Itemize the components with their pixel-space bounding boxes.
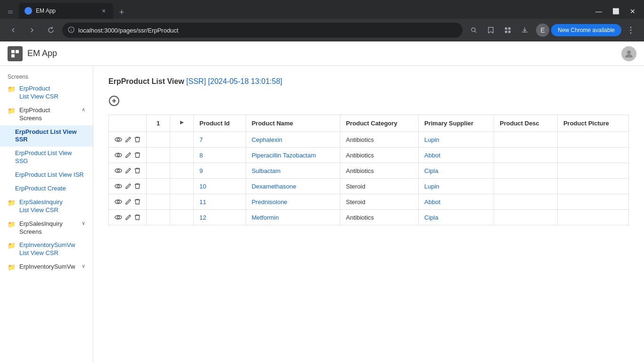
edit-button-12[interactable]	[125, 214, 132, 221]
address-bar[interactable]: i localhost:3000/pages/ssr/ErpProduct	[62, 23, 462, 38]
product-name-link-8[interactable]: Piperacillin Tazobactam	[252, 152, 316, 159]
product-name-link-9[interactable]: Sulbactam	[252, 167, 281, 174]
product-id-link-10[interactable]: 10	[199, 183, 206, 190]
new-chrome-button[interactable]: New Chrome available	[551, 24, 621, 36]
product-id-12[interactable]: 12	[194, 210, 246, 225]
profile-button[interactable]: E	[536, 24, 549, 37]
product-name-9[interactable]: Sulbactam	[246, 163, 340, 179]
product-name-link-10[interactable]: Dexamethasone	[252, 183, 297, 190]
primary-supplier-12[interactable]: Cipla	[419, 210, 494, 225]
sidebar-item-erp-sales-screens[interactable]: 📁 ErpSalesInquiry Screens ∨	[0, 217, 93, 239]
svg-point-26	[117, 201, 120, 203]
window-minimize-button[interactable]: —	[591, 4, 606, 19]
sidebar-item-erp-product-ssr[interactable]: ErpProduct List View SSR	[0, 125, 93, 147]
delete-button-12[interactable]	[134, 214, 140, 221]
edit-button-10[interactable]	[125, 183, 132, 189]
view-button-7[interactable]	[115, 136, 122, 143]
delete-button-7[interactable]	[134, 136, 140, 143]
product-id-8[interactable]: 8	[194, 148, 246, 163]
forward-button[interactable]	[25, 23, 40, 38]
product-id-link-9[interactable]: 9	[199, 167, 203, 174]
edit-button-11[interactable]	[125, 198, 132, 205]
product-name-12[interactable]: Metformin	[246, 210, 340, 225]
product-id-link-11[interactable]: 11	[199, 198, 206, 206]
bookmark-button[interactable]	[483, 23, 498, 38]
supplier-link-9[interactable]: Cipla	[424, 167, 438, 174]
svg-point-8	[630, 27, 632, 28]
view-button-9[interactable]	[115, 167, 122, 174]
product-name-11[interactable]: Prednisolone	[246, 194, 340, 210]
download-button[interactable]	[517, 23, 532, 38]
extensions-button[interactable]	[500, 23, 515, 38]
tab-close-button[interactable]: ×	[100, 7, 107, 15]
window-maximize-button[interactable]: ⬜	[608, 4, 623, 19]
product-name-link-12[interactable]: Metformin	[252, 214, 279, 221]
user-avatar[interactable]	[621, 46, 636, 61]
reload-button[interactable]	[43, 23, 58, 38]
product-id-9[interactable]: 9	[194, 163, 246, 179]
edit-button-8[interactable]	[125, 152, 132, 158]
product-name-10[interactable]: Dexamethasone	[246, 179, 340, 194]
supplier-link-11[interactable]: Abbot	[424, 198, 440, 206]
add-record-button[interactable]	[108, 95, 120, 109]
sidebar-item-erp-product-csr[interactable]: 📁 ErpProductList View CSR	[0, 82, 93, 104]
sidebar-item-erp-product-create-label: ErpProduct Create	[15, 185, 85, 193]
sidebar-section-label: Screens	[0, 70, 93, 82]
edit-button-7[interactable]	[125, 136, 132, 143]
primary-supplier-10[interactable]: Lupin	[419, 179, 494, 194]
product-name-link-7[interactable]: Cephalexin	[252, 136, 282, 143]
row-num-7	[147, 132, 170, 148]
product-name-link-11[interactable]: Prednisolone	[252, 198, 288, 206]
folder-icon-4: 📁	[8, 221, 16, 228]
active-tab[interactable]: EM App ×	[19, 3, 113, 19]
view-button-8[interactable]	[115, 151, 122, 159]
col-next[interactable]	[170, 115, 194, 132]
primary-supplier-8[interactable]: Abbot	[419, 148, 494, 163]
delete-button-10[interactable]	[134, 183, 140, 189]
col-product-category: Product Category	[340, 115, 418, 132]
supplier-link-12[interactable]: Cipla	[424, 214, 438, 221]
delete-button-8[interactable]	[134, 152, 140, 158]
sidebar-item-erp-inventory-screens[interactable]: 📁 ErpInventorySumVw ∨	[0, 260, 93, 274]
delete-button-9[interactable]	[134, 167, 140, 174]
product-name-7[interactable]: Cephalexin	[246, 132, 340, 148]
new-tab-button[interactable]: +	[115, 6, 128, 19]
back-button[interactable]	[6, 23, 21, 38]
product-desc-12	[494, 210, 558, 225]
view-button-11[interactable]	[115, 198, 122, 206]
supplier-link-8[interactable]: Abbot	[424, 152, 440, 159]
tab-dropdown-button[interactable]	[4, 6, 17, 19]
delete-button-11[interactable]	[134, 198, 140, 205]
product-name-8[interactable]: Piperacillin Tazobactam	[246, 148, 340, 163]
product-id-7[interactable]: 7	[194, 132, 246, 148]
product-id-link-7[interactable]: 7	[199, 136, 203, 143]
sidebar-item-erp-product-isr[interactable]: ErpProduct List View ISR	[0, 168, 93, 182]
view-button-10[interactable]	[115, 182, 122, 190]
supplier-link-10[interactable]: Lupin	[424, 183, 439, 190]
folder-icon-3: 📁	[8, 199, 16, 206]
product-id-link-12[interactable]: 12	[199, 214, 206, 221]
product-id-10[interactable]: 10	[194, 179, 246, 194]
sidebar-item-erp-product-screens[interactable]: 📁 ErpProductScreens ∧	[0, 104, 93, 125]
sidebar-item-erp-inventory-csr-label: ErpInventorySumVwList View CSR	[19, 241, 85, 257]
primary-supplier-11[interactable]: Abbot	[419, 194, 494, 210]
edit-button-9[interactable]	[125, 167, 132, 174]
col-product-desc: Product Desc	[494, 115, 558, 132]
product-category-7: Antibiotics	[340, 132, 418, 148]
sidebar-item-erp-product-csr-label: ErpProductList View CSR	[19, 85, 85, 101]
sidebar-item-erp-product-ssg[interactable]: ErpProduct List View SSG	[0, 147, 93, 168]
window-close-button[interactable]: ✕	[625, 4, 640, 19]
view-button-12[interactable]	[115, 214, 122, 221]
product-id-11[interactable]: 11	[194, 194, 246, 210]
primary-supplier-7[interactable]: Lupin	[419, 132, 494, 148]
row-actions-7	[109, 132, 147, 148]
sidebar-item-erp-sales-csr[interactable]: 📁 ErpSalesInquiryList View CSR	[0, 196, 93, 217]
search-button[interactable]	[466, 23, 481, 38]
primary-supplier-9[interactable]: Cipla	[419, 163, 494, 179]
svg-rect-4	[505, 27, 507, 30]
more-options-button[interactable]	[623, 23, 638, 38]
product-id-link-8[interactable]: 8	[199, 152, 203, 159]
sidebar-item-erp-product-create[interactable]: ErpProduct Create	[0, 182, 93, 196]
sidebar-item-erp-inventory-csr[interactable]: 📁 ErpInventorySumVwList View CSR	[0, 239, 93, 260]
supplier-link-7[interactable]: Lupin	[424, 136, 439, 143]
